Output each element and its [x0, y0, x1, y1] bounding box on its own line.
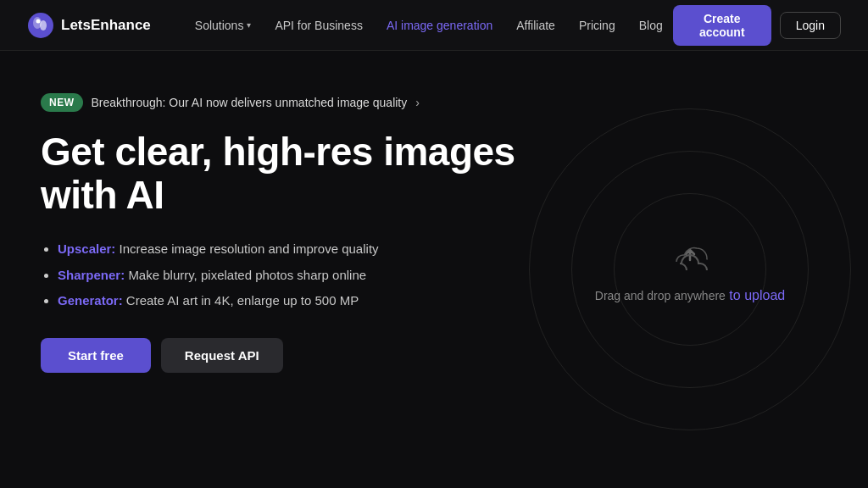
upload-drop-area[interactable]: Drag and drop anywhere to upload: [595, 236, 785, 303]
nav-blog[interactable]: Blog: [629, 14, 673, 37]
hero-content: NEW Breakthrough: Our AI now delivers un…: [41, 93, 549, 373]
chevron-right-icon: ›: [415, 96, 420, 109]
announcement-banner[interactable]: NEW Breakthrough: Our AI now delivers un…: [41, 93, 549, 112]
create-account-button[interactable]: Create account: [673, 5, 771, 46]
main-nav: Solutions ▾ API for Business AI image ge…: [185, 14, 673, 37]
feature-sharpener: Sharpener: Make blurry, pixelated photos…: [58, 266, 549, 286]
feature-generator: Generator: Create AI art in 4K, enlarge …: [58, 291, 549, 311]
chevron-down-icon: ▾: [247, 20, 251, 30]
features-list: Upscaler: Increase image resolution and …: [41, 240, 549, 311]
request-api-button[interactable]: Request API: [161, 338, 283, 373]
start-free-button[interactable]: Start free: [41, 338, 151, 373]
nav-pricing[interactable]: Pricing: [569, 14, 626, 37]
nav-solutions[interactable]: Solutions ▾: [185, 14, 262, 37]
upload-instruction: Drag and drop anywhere to upload: [595, 288, 785, 303]
logo[interactable]: LetsEnhance: [27, 12, 151, 39]
feature-label-sharpener: Sharpener:: [58, 268, 125, 282]
hero-title: Get clear, high-res images with AI: [41, 130, 549, 216]
logo-icon: [27, 12, 54, 39]
feature-text-upscaler: Increase image resolution and improve qu…: [120, 241, 379, 256]
upload-link[interactable]: to upload: [729, 288, 785, 302]
feature-label-upscaler: Upscaler:: [58, 241, 115, 256]
upload-drag-text: Drag and drop anywhere: [595, 289, 726, 302]
nav-ai-image[interactable]: AI image generation: [376, 14, 503, 37]
hero-section: NEW Breakthrough: Our AI now delivers un…: [0, 51, 868, 488]
nav-affiliate[interactable]: Affiliate: [506, 14, 565, 37]
feature-upscaler: Upscaler: Increase image resolution and …: [58, 240, 549, 259]
feature-text-sharpener: Make blurry, pixelated photos sharp onli…: [128, 268, 366, 282]
new-badge: NEW: [41, 93, 83, 112]
site-header: LetsEnhance Solutions ▾ API for Business…: [0, 0, 868, 51]
svg-point-2: [40, 20, 47, 30]
nav-api[interactable]: API for Business: [264, 14, 373, 37]
header-actions: Create account Login: [673, 5, 841, 46]
logo-text: LetsEnhance: [61, 17, 151, 34]
feature-text-generator: Create AI art in 4K, enlarge up to 500 M…: [126, 293, 359, 308]
login-button[interactable]: Login: [780, 12, 841, 39]
cloud-upload-icon: [670, 236, 710, 278]
svg-point-3: [36, 19, 41, 23]
feature-label-generator: Generator:: [58, 293, 123, 308]
upload-zone[interactable]: Drag and drop anywhere to upload: [512, 51, 868, 488]
badge-text: Breakthrough: Our AI now delivers unmatc…: [92, 96, 408, 109]
hero-cta-buttons: Start free Request API: [41, 338, 549, 373]
